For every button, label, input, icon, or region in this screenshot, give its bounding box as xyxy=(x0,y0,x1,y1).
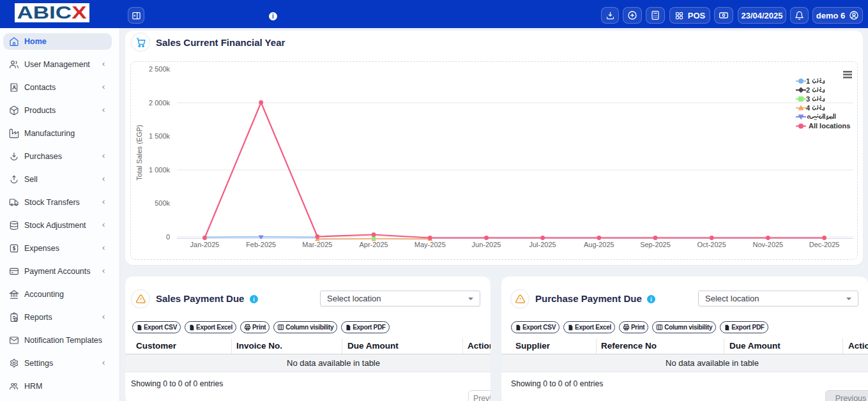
svg-text:Jul-2025: Jul-2025 xyxy=(529,241,556,248)
svg-text:4: 4 xyxy=(806,104,811,112)
svg-text:Nov-2025: Nov-2025 xyxy=(753,241,784,248)
svg-text:2 000k: 2 000k xyxy=(149,99,171,107)
svg-text:Dec-2025: Dec-2025 xyxy=(809,241,840,248)
svg-text:May-2025: May-2025 xyxy=(415,241,446,248)
svg-text:1 500k: 1 500k xyxy=(149,132,171,140)
svg-text:All locations: All locations xyxy=(809,122,850,130)
svg-text:1: 1 xyxy=(806,77,810,85)
svg-text:Total Sales (EGP): Total Sales (EGP) xyxy=(135,125,143,180)
svg-text:500k: 500k xyxy=(155,199,170,207)
svg-text:2 500k: 2 500k xyxy=(149,65,171,73)
svg-text:Jun-2025: Jun-2025 xyxy=(472,241,501,248)
svg-text:Apr-2025: Apr-2025 xyxy=(359,241,388,248)
svg-text:Sep-2025: Sep-2025 xyxy=(640,241,671,248)
svg-text:Jan-2025: Jan-2025 xyxy=(190,241,220,248)
svg-text:2: 2 xyxy=(806,86,810,94)
svg-text:3: 3 xyxy=(806,95,810,103)
svg-text:1 000k: 1 000k xyxy=(149,166,171,174)
svg-text:Aug-2025: Aug-2025 xyxy=(584,241,614,248)
svg-text:Feb-2025: Feb-2025 xyxy=(246,241,276,248)
svg-text:Oct-2025: Oct-2025 xyxy=(697,241,726,248)
svg-text:Mar-2025: Mar-2025 xyxy=(302,241,332,248)
svg-text:0: 0 xyxy=(166,233,170,241)
